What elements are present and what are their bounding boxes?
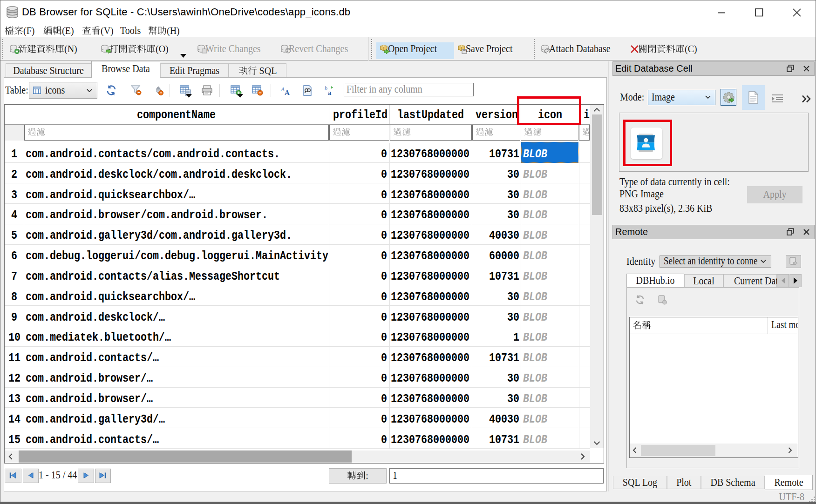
svg-text:b: b [325,86,327,92]
svg-text:A: A [285,89,290,95]
svg-text:A: A [281,86,285,93]
svg-text:a: a [328,89,332,96]
